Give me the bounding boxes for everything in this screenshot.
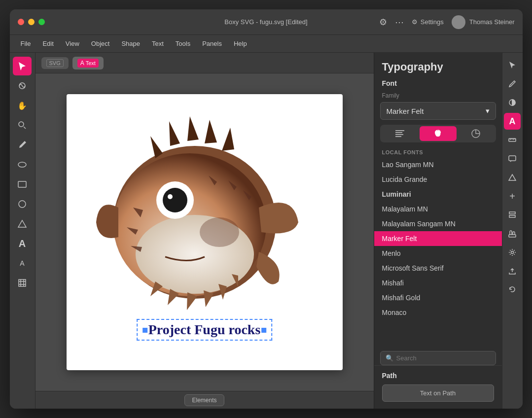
font-item-microsoft-sans[interactable]: Microsoft Sans Serif xyxy=(374,261,502,276)
titlebar-right: ⚙ ⋯ ⚙ Settings Thomas Steiner xyxy=(379,15,515,29)
tool-layers[interactable] xyxy=(504,207,521,223)
tool-pen[interactable] xyxy=(13,136,32,154)
avatar xyxy=(452,15,465,29)
tool-text-large[interactable]: A xyxy=(13,234,32,253)
elements-button[interactable]: Elements xyxy=(184,394,224,406)
font-item-monaco[interactable]: Monaco xyxy=(374,305,502,320)
tab-apple-fonts[interactable] xyxy=(420,126,457,141)
puzzle-icon[interactable]: ⚙ xyxy=(379,17,387,28)
tool-rect[interactable] xyxy=(13,175,32,194)
canvas-text[interactable]: Project Fugu rocks xyxy=(137,319,273,341)
user-button[interactable]: Thomas Steiner xyxy=(452,15,515,29)
svg-rect-30 xyxy=(395,130,404,131)
maximize-button[interactable] xyxy=(38,19,45,25)
user-name: Thomas Steiner xyxy=(469,18,515,26)
tool-export[interactable] xyxy=(504,263,521,279)
svg-marker-10 xyxy=(169,121,180,146)
svg-point-16 xyxy=(168,194,173,199)
menu-text[interactable]: Text xyxy=(147,38,169,49)
menubar: File Edit View Object Shape Text Tools P… xyxy=(10,35,523,53)
traffic-lights xyxy=(18,19,45,25)
menu-panels[interactable]: Panels xyxy=(197,38,227,49)
panel-title: Typography xyxy=(374,53,502,77)
svg-marker-11 xyxy=(187,116,199,141)
chevron-down-icon: ▾ xyxy=(486,106,490,115)
canvas-area: SVG A Text xyxy=(35,53,374,409)
tool-pointer[interactable] xyxy=(504,57,521,73)
svg-point-1 xyxy=(19,122,24,127)
font-tabs xyxy=(380,125,496,142)
svg-rect-31 xyxy=(395,132,402,133)
svg-rect-5 xyxy=(19,279,26,286)
font-item-menlo[interactable]: Menlo xyxy=(374,246,502,261)
settings-button[interactable]: ⚙ Settings xyxy=(412,18,444,26)
menu-edit[interactable]: Edit xyxy=(37,38,58,49)
minimize-button[interactable] xyxy=(28,19,35,25)
menu-tools[interactable]: Tools xyxy=(171,38,195,49)
tab-google-fonts[interactable] xyxy=(458,126,495,141)
font-item-malayalam[interactable]: Malayalam MN xyxy=(374,202,502,216)
text-badge: A Text xyxy=(77,59,99,68)
menu-view[interactable]: View xyxy=(61,38,84,49)
svg-badge: SVG xyxy=(46,59,64,67)
tool-pan[interactable]: ✋ xyxy=(13,96,32,115)
font-item-marker-felt[interactable]: Marker Felt xyxy=(374,231,502,246)
font-family-select[interactable]: Marker Felt ▾ xyxy=(380,102,496,120)
text-on-path-button[interactable]: Text on Path xyxy=(382,384,494,402)
svg-point-41 xyxy=(511,251,514,254)
tool-ruler[interactable] xyxy=(504,132,521,148)
font-item-lao-sangam[interactable]: Lao Sangam MN xyxy=(374,157,502,172)
more-icon[interactable]: ⋯ xyxy=(395,17,404,28)
settings-label: Settings xyxy=(421,18,444,26)
tool-zoom[interactable] xyxy=(13,116,32,135)
font-search-box[interactable]: 🔍 xyxy=(380,351,496,365)
tab-all-fonts[interactable] xyxy=(382,126,419,141)
tool-node[interactable] xyxy=(13,76,32,95)
svg-rect-38 xyxy=(509,212,515,214)
svg-marker-12 xyxy=(205,120,217,143)
tool-select[interactable] xyxy=(13,57,32,75)
family-label: Family xyxy=(374,91,502,102)
tool-circle[interactable] xyxy=(13,195,32,213)
tool-gear[interactable] xyxy=(504,244,521,261)
tab-text-label: Text xyxy=(86,60,96,66)
menu-object[interactable]: Object xyxy=(86,38,115,49)
tab-svg[interactable]: SVG xyxy=(41,57,69,69)
tab-text[interactable]: A Text xyxy=(72,57,104,70)
tool-undo[interactable] xyxy=(504,281,521,298)
canvas-wrapper[interactable]: Project Fugu rocks xyxy=(35,73,374,391)
tool-typography[interactable]: A xyxy=(504,113,521,130)
canvas-toolbar: SVG A Text xyxy=(35,53,374,73)
tool-add[interactable]: + xyxy=(504,188,521,205)
window-title: Boxy SVG - fugu.svg [Edited] xyxy=(224,18,307,26)
settings-icon: ⚙ xyxy=(412,18,418,26)
font-section-label: Font xyxy=(374,77,502,91)
tool-frame[interactable] xyxy=(13,274,32,292)
tool-contrast[interactable] xyxy=(504,94,521,111)
close-button[interactable] xyxy=(18,19,24,25)
tool-ellipse[interactable] xyxy=(13,155,32,174)
font-list[interactable]: Lao Sangam MN Lucida Grande Luminari Mal… xyxy=(374,157,502,348)
svg-point-15 xyxy=(163,188,187,212)
font-item-luminari[interactable]: Luminari xyxy=(374,187,502,202)
font-item-malayalam-sangam[interactable]: Malayalam Sangam MN xyxy=(374,216,502,231)
tool-triangle[interactable] xyxy=(13,214,32,233)
menu-help[interactable]: Help xyxy=(229,38,252,49)
tool-triangle-tool[interactable] xyxy=(504,169,521,186)
font-search-input[interactable] xyxy=(396,354,491,362)
tool-comment[interactable] xyxy=(504,150,521,167)
font-item-lucida[interactable]: Lucida Grande xyxy=(374,172,502,187)
font-item-mishafi-gold[interactable]: Mishafi Gold xyxy=(374,290,502,305)
path-section: Path Text on Path xyxy=(374,365,502,409)
tool-text-small[interactable]: A xyxy=(13,254,32,273)
menu-file[interactable]: File xyxy=(16,38,36,49)
tool-pencil[interactable] xyxy=(504,75,521,92)
font-item-mishafi[interactable]: Mishafi xyxy=(374,276,502,290)
svg-point-4 xyxy=(19,201,26,208)
typography-panel: Typography Font Family Marker Felt ▾ xyxy=(374,53,502,409)
canvas[interactable]: Project Fugu rocks xyxy=(67,94,343,370)
text-handle-right xyxy=(261,328,266,333)
tool-library[interactable] xyxy=(504,225,521,242)
menu-shape[interactable]: Shape xyxy=(116,38,145,49)
search-icon: 🔍 xyxy=(386,354,393,362)
